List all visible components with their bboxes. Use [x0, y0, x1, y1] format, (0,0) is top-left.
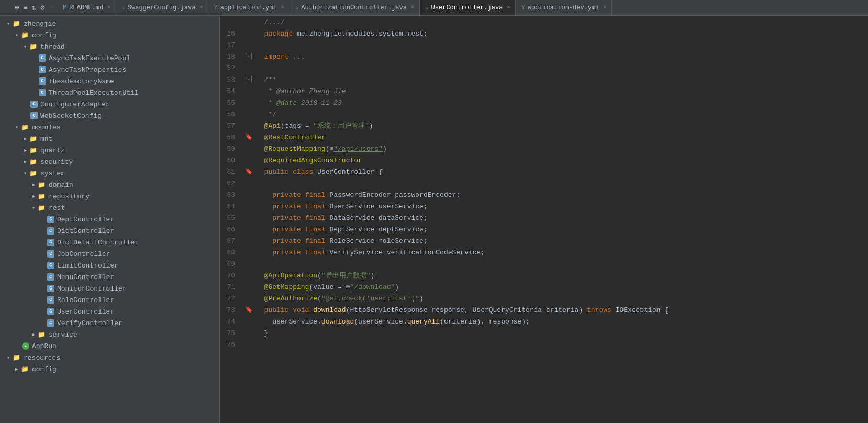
tab-close-appyml[interactable]: × [281, 5, 284, 10]
code-line-27: } [254, 328, 868, 339]
tree-item-27[interactable]: ▶📁service [0, 329, 219, 340]
tree-arrow-15[interactable]: ▶ [29, 193, 38, 199]
code-line-12: @RequiredArgsConstructor [254, 155, 868, 166]
code-line-9: @Api(tags = "系统：用户管理") [254, 120, 868, 132]
gutter-line-18 [243, 223, 254, 235]
gutter-mark2-25: 🔖 [245, 306, 253, 314]
tree-arrow-1[interactable]: ▾ [13, 32, 21, 38]
line-num-27: 75 [220, 328, 239, 339]
folder-icon-1: 📁 [21, 31, 30, 39]
layout-icon[interactable]: ≡ [23, 4, 27, 12]
tree-arrow-29[interactable]: ▾ [4, 354, 13, 361]
tree-arrow-30[interactable]: ▶ [13, 366, 21, 372]
code-line-4 [254, 63, 868, 74]
fold-icon-3[interactable]: - [246, 53, 252, 59]
tab-close-readme[interactable]: × [107, 5, 110, 10]
tree-item-7[interactable]: CConfigurerAdapter [0, 98, 219, 110]
gutter-line-20 [243, 246, 254, 258]
tree-label-22: MenuController [57, 273, 114, 281]
gutter-line-19 [243, 235, 254, 246]
gutter-line-16 [243, 200, 254, 212]
tree-item-1[interactable]: ▾📁config [0, 29, 219, 41]
code-line-10: @RestController [254, 132, 868, 143]
line-num-25: 73 [220, 305, 239, 316]
minimize-icon[interactable]: — [49, 4, 53, 12]
tree-item-6[interactable]: CThreadPoolExecutorUtil [0, 87, 219, 98]
tree-item-4[interactable]: CAsyncTaskProperties [0, 64, 219, 75]
tab-bar: ⊕ ≡ ⇅ ⚙ — MREADME.md×☕SwaggerConfig.java… [0, 0, 868, 16]
tree-item-12[interactable]: ▶📁security [0, 156, 219, 168]
tree-item-20[interactable]: CJobController [0, 248, 219, 260]
tree-arrow-13[interactable]: ▾ [21, 170, 29, 176]
sort-icon[interactable]: ⇅ [32, 3, 36, 12]
tree-item-23[interactable]: CMonitorController [0, 283, 219, 294]
tab-authctrl[interactable]: ☕AuthorizationController.java× [290, 0, 420, 15]
tree-item-18[interactable]: CDictController [0, 225, 219, 237]
fold-icon-5[interactable]: - [246, 76, 252, 82]
tree-arrow-14[interactable]: ▶ [29, 182, 38, 188]
settings-icon[interactable]: ⚙ [40, 3, 44, 12]
tree-arrow-9[interactable]: ▾ [13, 124, 21, 130]
tree-arrow-12[interactable]: ▶ [21, 159, 29, 165]
code-line-17: private final DataService dataService; [254, 213, 868, 224]
tab-appyml[interactable]: Yapplication.yml× [208, 0, 290, 15]
tree-item-30[interactable]: ▶📁config [0, 363, 219, 375]
tree-item-22[interactable]: CMenuController [0, 271, 219, 283]
tree-item-24[interactable]: CRoleController [0, 294, 219, 306]
tree-item-16[interactable]: ▾📁rest [0, 202, 219, 214]
tree-item-15[interactable]: ▶📁repository [0, 191, 219, 202]
gutter-line-3: - [243, 50, 254, 62]
tree-item-21[interactable]: CLimitController [0, 260, 219, 271]
line-num-16: 64 [220, 201, 239, 213]
tree-item-26[interactable]: CVerifyController [0, 317, 219, 329]
tab-userctrl[interactable]: ☕UserController.java× [420, 0, 516, 15]
tree-item-29[interactable]: ▾📁resources [0, 352, 219, 363]
tab-swagger[interactable]: ☕SwaggerConfig.java× [116, 0, 208, 15]
tree-item-10[interactable]: ▶📁mnt [0, 133, 219, 144]
tree-arrow-0[interactable]: ▾ [4, 20, 13, 27]
code-container[interactable]: 1617185253545556575859606162636465666768… [220, 16, 868, 423]
gutter-line-11 [243, 142, 254, 154]
tab-close-authctrl[interactable]: × [411, 5, 414, 10]
tree-item-25[interactable]: CUserController [0, 306, 219, 317]
tree-item-11[interactable]: ▶📁quartz [0, 144, 219, 156]
tree-item-0[interactable]: ▾📁zhengjie [0, 18, 219, 29]
folder-icon-0: 📁 [13, 20, 22, 28]
class-icon-19: C [46, 239, 55, 246]
gutter-line-25: 🔖 [243, 304, 254, 315]
gutter-line-22 [243, 269, 254, 281]
tab-close-userctrl[interactable]: × [507, 5, 510, 10]
tree-item-17[interactable]: CDeptController [0, 214, 219, 225]
tree-item-28[interactable]: ▶AppRun [0, 340, 219, 352]
gutter-line-6 [243, 85, 254, 96]
code-line-14 [254, 178, 868, 190]
add-icon[interactable]: ⊕ [15, 3, 19, 12]
tab-appdevyml[interactable]: Yapplication-dev.yml× [516, 0, 612, 15]
project-sidebar[interactable]: ▾📁zhengjie▾📁config▾📁threadCAsyncTaskExec… [0, 16, 220, 423]
tree-label-1: config [32, 31, 57, 39]
tab-icon-appdevyml: Y [521, 4, 525, 12]
tree-arrow-10[interactable]: ▶ [21, 136, 29, 142]
tab-close-appdevyml[interactable]: × [603, 5, 606, 10]
tree-label-24: RoleController [57, 296, 114, 304]
tab-readme[interactable]: MREADME.md× [58, 0, 116, 15]
tree-arrow-11[interactable]: ▶ [21, 147, 29, 153]
line-num-8: 56 [220, 109, 239, 120]
tree-item-2[interactable]: ▾📁thread [0, 41, 219, 52]
tree-item-8[interactable]: CWebSocketConfig [0, 110, 219, 121]
tree-label-20: JobController [57, 250, 110, 258]
tree-arrow-27[interactable]: ▶ [29, 331, 38, 338]
tree-item-5[interactable]: CTheadFactoryName [0, 75, 219, 87]
tab-close-swagger[interactable]: × [199, 5, 203, 10]
tree-arrow-16[interactable]: ▾ [29, 205, 38, 211]
tree-label-11: quartz [40, 147, 65, 154]
tree-item-3[interactable]: CAsyncTaskExecutePool [0, 52, 219, 64]
code-line-5: /** [254, 74, 868, 86]
tree-item-14[interactable]: ▶📁domain [0, 179, 219, 191]
tree-item-19[interactable]: CDictDetailController [0, 237, 219, 248]
tree-item-9[interactable]: ▾📁modules [0, 121, 219, 133]
tree-arrow-2[interactable]: ▾ [21, 43, 29, 50]
tree-item-13[interactable]: ▾📁system [0, 168, 219, 179]
file-tabs: MREADME.md×☕SwaggerConfig.java×Yapplicat… [58, 0, 868, 15]
tree-label-8: WebSocketConfig [40, 112, 102, 120]
